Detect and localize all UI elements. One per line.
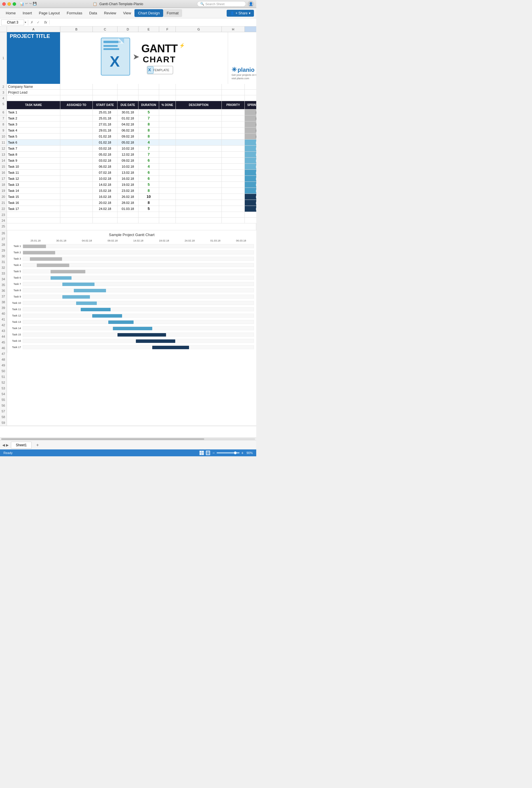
cell-6f[interactable] bbox=[159, 110, 176, 115]
cell-22i[interactable]: Phase 4 bbox=[245, 206, 256, 212]
cell-24g[interactable] bbox=[176, 218, 222, 223]
menu-review[interactable]: Review bbox=[101, 9, 120, 17]
cell-6a[interactable]: Task 1 bbox=[7, 110, 60, 115]
cell-18c[interactable]: 14.02.18 bbox=[93, 182, 118, 188]
cell-14i[interactable]: Phase 2 bbox=[245, 158, 256, 163]
cell-3b[interactable] bbox=[60, 90, 93, 95]
cell-11f[interactable] bbox=[159, 140, 176, 145]
cell-10c[interactable]: 01.02.18 bbox=[93, 134, 118, 139]
cell-24b[interactable] bbox=[60, 218, 93, 223]
cell-15e[interactable]: 4 bbox=[138, 164, 159, 170]
cell-3i[interactable] bbox=[245, 90, 256, 95]
cell-4i[interactable] bbox=[245, 95, 256, 101]
cell-14f[interactable] bbox=[159, 158, 176, 163]
cell-7e[interactable]: 7 bbox=[138, 115, 159, 121]
menu-formulas[interactable]: Formulas bbox=[63, 9, 85, 17]
cell-4b[interactable] bbox=[60, 95, 93, 101]
cell-9h[interactable] bbox=[222, 127, 245, 133]
cell-9a[interactable]: Task 4 bbox=[7, 127, 60, 133]
cell-24c[interactable] bbox=[93, 218, 118, 223]
save-icon[interactable]: 💾 bbox=[33, 2, 37, 6]
cell-16b[interactable] bbox=[60, 170, 93, 175]
sheet1-tab[interactable]: Sheet1 bbox=[11, 442, 32, 449]
cell-11i[interactable]: Phase 2 bbox=[245, 140, 256, 145]
cell-9i[interactable]: Phase 1 bbox=[245, 127, 256, 133]
cell-13i[interactable]: Phase 2 bbox=[245, 152, 256, 157]
cell-21a[interactable]: Task 16 bbox=[7, 200, 60, 205]
cell-23e[interactable] bbox=[138, 212, 159, 217]
cell-4f[interactable] bbox=[159, 95, 176, 101]
cell-17d[interactable]: 16.02.18 bbox=[118, 176, 138, 181]
cell-14h[interactable] bbox=[222, 158, 245, 163]
cell-24d[interactable] bbox=[118, 218, 138, 223]
cell-19i[interactable]: Phase 3 bbox=[245, 188, 256, 194]
cell-23b[interactable] bbox=[60, 212, 93, 217]
cell-12i[interactable]: Phase 2 bbox=[245, 145, 256, 151]
cell-10g[interactable] bbox=[176, 134, 222, 139]
add-sheet-button[interactable]: + bbox=[34, 441, 41, 449]
cell-23c[interactable] bbox=[93, 212, 118, 217]
cell-4a[interactable] bbox=[7, 95, 60, 101]
cell-3c[interactable] bbox=[93, 90, 118, 95]
cell-24e[interactable] bbox=[138, 218, 159, 223]
cell-17e[interactable]: 6 bbox=[138, 176, 159, 181]
cell-8b[interactable] bbox=[60, 121, 93, 127]
cell-10d[interactable]: 09.02.18 bbox=[118, 134, 138, 139]
cell-6h[interactable] bbox=[222, 110, 245, 115]
zoom-out-button[interactable]: − bbox=[213, 451, 215, 455]
cell-17b[interactable] bbox=[60, 176, 93, 181]
cell-20e[interactable]: 10 bbox=[138, 194, 159, 200]
minimize-button[interactable] bbox=[7, 2, 11, 6]
maximize-button[interactable] bbox=[13, 2, 16, 6]
cell-17c[interactable]: 10.02.18 bbox=[93, 176, 118, 181]
cell-8d[interactable]: 04.02.18 bbox=[118, 121, 138, 127]
cell-3g[interactable] bbox=[176, 90, 222, 95]
cell-18b[interactable] bbox=[60, 182, 93, 188]
check-icon[interactable]: ✗ bbox=[29, 20, 35, 24]
cell-15c[interactable]: 06.02.18 bbox=[93, 164, 118, 170]
cell-16a[interactable]: Task 11 bbox=[7, 170, 60, 175]
cell-19a[interactable]: Task 14 bbox=[7, 188, 60, 194]
cell-4e[interactable] bbox=[138, 95, 159, 101]
cell-23i[interactable] bbox=[245, 212, 256, 217]
cell-23f[interactable] bbox=[159, 212, 176, 217]
cell-9f[interactable] bbox=[159, 127, 176, 133]
cell-16f[interactable] bbox=[159, 170, 176, 175]
search-container[interactable]: 🔍 Search Sheet bbox=[197, 1, 246, 6]
cell-2h[interactable] bbox=[222, 84, 245, 89]
cell-19d[interactable]: 23.02.18 bbox=[118, 188, 138, 194]
cell-23h[interactable] bbox=[222, 212, 245, 217]
cell-6b[interactable] bbox=[60, 110, 93, 115]
redo-icon[interactable]: ↪ bbox=[29, 2, 32, 6]
cell-9g[interactable] bbox=[176, 127, 222, 133]
cell-2e[interactable] bbox=[138, 84, 159, 89]
cell-13f[interactable] bbox=[159, 152, 176, 157]
cell-10h[interactable] bbox=[222, 134, 245, 139]
cell-25-merged[interactable] bbox=[7, 223, 256, 230]
cell-22d[interactable]: 01.03.18 bbox=[118, 206, 138, 212]
cell-18g[interactable] bbox=[176, 182, 222, 188]
cell-14d[interactable]: 09.02.18 bbox=[118, 158, 138, 163]
cell-24a[interactable] bbox=[7, 218, 60, 223]
cell-21c[interactable]: 20.02.18 bbox=[93, 200, 118, 205]
cell-9b[interactable] bbox=[60, 127, 93, 133]
cell-2c[interactable] bbox=[93, 84, 118, 89]
col-header-f[interactable]: F bbox=[159, 26, 176, 32]
col-header-c[interactable]: C bbox=[93, 26, 118, 32]
menu-insert[interactable]: Insert bbox=[19, 9, 36, 17]
cell-11d[interactable]: 05.02.18 bbox=[118, 140, 138, 145]
cell-20b[interactable] bbox=[60, 194, 93, 200]
cell-12f[interactable] bbox=[159, 145, 176, 151]
normal-view-icon[interactable] bbox=[199, 451, 204, 455]
cell-24h[interactable] bbox=[222, 218, 245, 223]
cell-12g[interactable] bbox=[176, 145, 222, 151]
cell-17a[interactable]: Task 12 bbox=[7, 176, 60, 181]
cell-18f[interactable] bbox=[159, 182, 176, 188]
zoom-slider[interactable] bbox=[217, 452, 240, 453]
cell-22a[interactable]: Task 17 bbox=[7, 206, 60, 212]
cell-20c[interactable]: 16.02.18 bbox=[93, 194, 118, 200]
cell-22f[interactable] bbox=[159, 206, 176, 212]
cell-11h[interactable] bbox=[222, 140, 245, 145]
cell-24i[interactable] bbox=[245, 218, 256, 223]
cell-7h[interactable] bbox=[222, 115, 245, 121]
